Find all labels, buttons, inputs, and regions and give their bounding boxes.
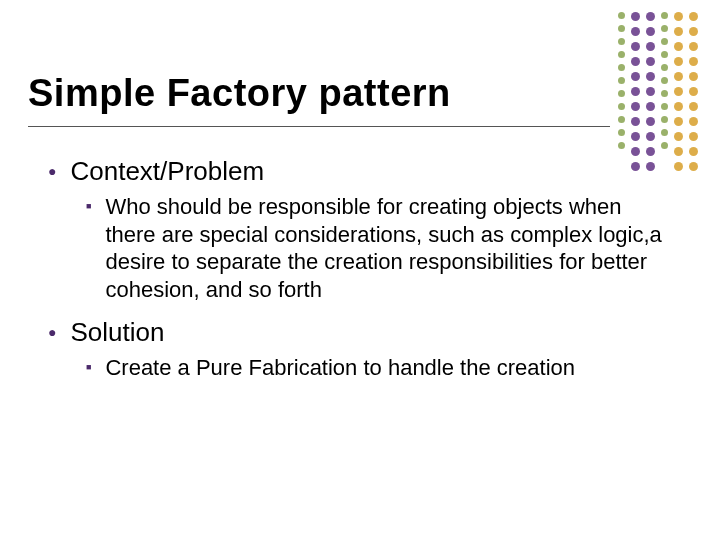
square-bullet-icon: ■ xyxy=(86,363,91,372)
square-bullet-icon: ■ xyxy=(86,202,91,211)
bullet-level2: ■ Create a Pure Fabrication to handle th… xyxy=(86,354,690,382)
bullet-level1: ● Context/Problem xyxy=(48,156,690,187)
bullet-level1: ● Solution xyxy=(48,317,690,348)
section-heading: Context/Problem xyxy=(70,156,264,187)
section-body: Create a Pure Fabrication to handle the … xyxy=(105,354,575,382)
bullet-level2: ■ Who should be responsible for creating… xyxy=(86,193,690,303)
decoration-dot-grid xyxy=(618,12,698,171)
title-underline xyxy=(28,126,610,127)
round-bullet-icon: ● xyxy=(48,164,56,178)
section-heading: Solution xyxy=(70,317,164,348)
slide-title: Simple Factory pattern xyxy=(28,72,451,115)
round-bullet-icon: ● xyxy=(48,325,56,339)
content-area: ● Context/Problem ■ Who should be respon… xyxy=(48,156,690,396)
section-body: Who should be responsible for creating o… xyxy=(105,193,675,303)
slide: Simple Factory pattern ● Context/Problem… xyxy=(0,0,720,540)
